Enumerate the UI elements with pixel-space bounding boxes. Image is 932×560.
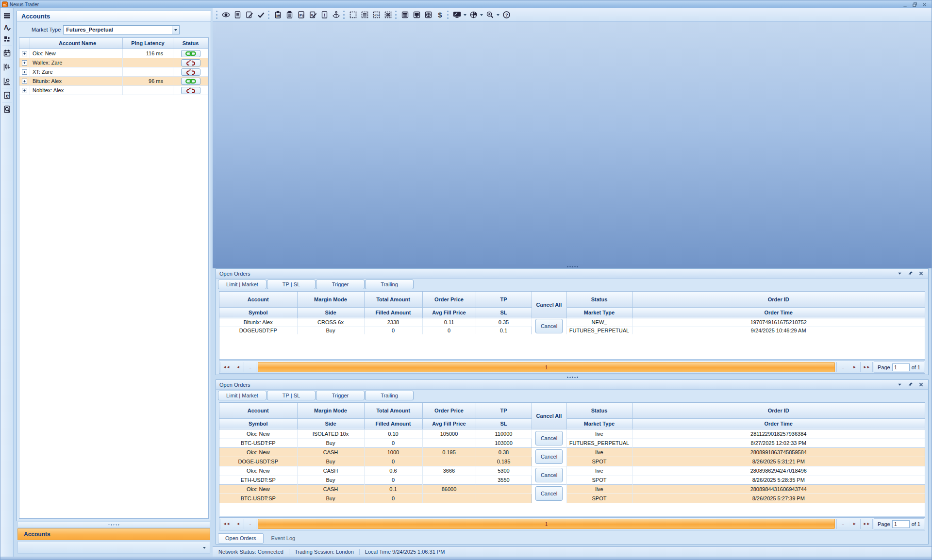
dashboard-icon[interactable] <box>1 33 13 45</box>
next-page-button[interactable]: ► <box>849 519 861 529</box>
document-globe-icon[interactable] <box>422 9 434 21</box>
pin-icon[interactable] <box>906 270 914 277</box>
cancel-order-button[interactable]: Cancel <box>535 431 563 445</box>
toolbar-grip[interactable] <box>395 11 397 19</box>
event-note-icon[interactable]: e <box>1 89 13 101</box>
clipboard-market-icon[interactable]: M <box>272 9 283 21</box>
panel-menu-chevron-icon[interactable] <box>896 270 903 277</box>
col-total-amount[interactable]: Total Amount <box>364 292 422 307</box>
confirm-check-icon[interactable] <box>255 9 266 21</box>
expand-icon[interactable] <box>22 88 27 93</box>
col-avg-fill-price[interactable]: Avg Fill Price <box>422 307 476 318</box>
col-tp[interactable]: TP <box>476 292 532 307</box>
bubble-chart-icon[interactable] <box>1 75 13 87</box>
page-number-input[interactable] <box>892 363 910 371</box>
toolbar-grip[interactable] <box>268 11 269 19</box>
cancel-order-button[interactable]: Cancel <box>535 468 563 482</box>
font-edit-icon[interactable]: A <box>1 21 13 33</box>
positions-document-icon[interactable]: Ps <box>295 9 307 21</box>
more-pages-button[interactable]: ... <box>244 362 256 372</box>
tab-limit-market[interactable]: Limit | Market <box>218 280 266 289</box>
col-status[interactable]: Status <box>566 403 632 418</box>
account-row[interactable]: Nobitex: Alex <box>19 86 208 95</box>
page-number-input[interactable] <box>892 520 910 528</box>
display-dropdown-button[interactable] <box>463 12 467 17</box>
help-icon[interactable]: ? <box>500 9 512 21</box>
globe-dropdown-button[interactable] <box>479 12 484 17</box>
account-row[interactable]: XT: Zare <box>19 67 208 77</box>
col-order-id[interactable]: Order ID <box>632 292 925 307</box>
candlestick-chart-icon[interactable] <box>1 61 13 73</box>
restore-button[interactable] <box>910 1 919 8</box>
preview-eye-icon[interactable] <box>220 9 232 21</box>
document-monitor-icon[interactable] <box>411 9 422 21</box>
col-margin-mode[interactable]: Margin Mode <box>297 403 364 418</box>
connection-status-button[interactable] <box>181 50 200 57</box>
col-avg-fill-price[interactable]: Avg Fill Price <box>422 418 476 429</box>
col-order-price[interactable]: Order Price <box>422 403 476 418</box>
tab-trailing[interactable]: Trailing <box>365 391 414 400</box>
col-margin-mode[interactable]: Margin Mode <box>297 292 364 307</box>
first-page-button[interactable]: ◄◄ <box>220 362 232 372</box>
selection-expand-icon[interactable] <box>382 9 394 21</box>
more-pages-button[interactable]: ... <box>836 519 849 529</box>
col-account[interactable]: Account <box>219 403 297 418</box>
col-order-id[interactable]: Order ID <box>632 403 925 418</box>
accounts-dock-tab[interactable]: Accounts <box>17 528 210 540</box>
cancel-order-button[interactable]: Cancel <box>535 319 563 333</box>
col-side[interactable]: Side <box>297 307 364 318</box>
last-page-button[interactable]: ►► <box>861 362 873 372</box>
col-market-type[interactable]: Market Type <box>566 307 632 318</box>
edit-document-icon[interactable] <box>243 9 255 21</box>
notes-document-icon[interactable] <box>232 9 243 21</box>
col-cancel-all[interactable]: Cancel All <box>532 292 566 318</box>
account-row[interactable]: Wallex: Zare <box>19 58 208 67</box>
menu-icon[interactable] <box>1 10 13 21</box>
status-header[interactable]: Status <box>173 38 208 49</box>
panel-splitter[interactable] <box>213 264 932 268</box>
expand-icon[interactable] <box>22 69 27 75</box>
close-button[interactable] <box>919 1 929 8</box>
col-filled-amount[interactable]: Filled Amount <box>364 418 422 429</box>
toolbar-grip[interactable] <box>447 11 449 19</box>
ping-latency-header[interactable]: Ping Latency <box>123 38 173 49</box>
col-side[interactable]: Side <box>297 418 364 429</box>
market-type-select[interactable]: Futures_Perpetual <box>63 25 180 34</box>
zoom-in-icon[interactable] <box>484 9 496 21</box>
more-pages-button[interactable]: ... <box>244 519 256 529</box>
toolbar-grip[interactable] <box>216 11 217 19</box>
calendar-icon[interactable] <box>1 47 13 59</box>
toolbar-grip[interactable] <box>343 11 345 19</box>
expand-icon[interactable] <box>22 79 27 84</box>
tab-limit-market[interactable]: Limit | Market <box>218 391 266 400</box>
tab-tp-sl[interactable]: TP | SL <box>267 280 316 289</box>
more-pages-button[interactable]: ... <box>836 362 849 372</box>
clipboard-list-icon[interactable] <box>283 9 295 21</box>
globe-icon[interactable] <box>467 9 479 21</box>
col-order-time[interactable]: Order Time <box>632 307 925 318</box>
first-page-button[interactable]: ◄◄ <box>220 519 232 529</box>
selection-code-icon[interactable]: <> <box>370 9 382 21</box>
account-row[interactable]: Bitunix: Alex 96 ms <box>19 77 208 86</box>
col-status[interactable]: Status <box>566 292 632 307</box>
close-icon[interactable] <box>917 270 925 277</box>
tab-event-log[interactable]: Event Log <box>265 533 302 544</box>
col-sl[interactable]: SL <box>476 307 532 318</box>
zoom-dropdown-button[interactable] <box>496 12 500 17</box>
prev-page-button[interactable]: ◄ <box>232 362 244 372</box>
last-page-button[interactable]: ►► <box>861 519 873 529</box>
col-account[interactable]: Account <box>219 292 297 307</box>
panel-menu-chevron-icon[interactable] <box>896 381 903 388</box>
minimize-button[interactable] <box>900 1 910 8</box>
cancel-order-button[interactable]: Cancel <box>535 486 563 501</box>
pin-icon[interactable] <box>906 381 914 388</box>
col-filled-amount[interactable]: Filled Amount <box>364 307 422 318</box>
cancel-order-button[interactable]: Cancel <box>535 449 563 464</box>
chevron-down-icon[interactable] <box>203 547 206 550</box>
display-monitor-icon[interactable] <box>451 9 463 21</box>
next-page-button[interactable]: ► <box>849 362 861 372</box>
col-symbol[interactable]: Symbol <box>219 418 297 429</box>
cancel-edit-document-icon[interactable]: x <box>307 9 318 21</box>
panel-splitter[interactable] <box>213 375 932 379</box>
expand-icon[interactable] <box>22 51 27 56</box>
